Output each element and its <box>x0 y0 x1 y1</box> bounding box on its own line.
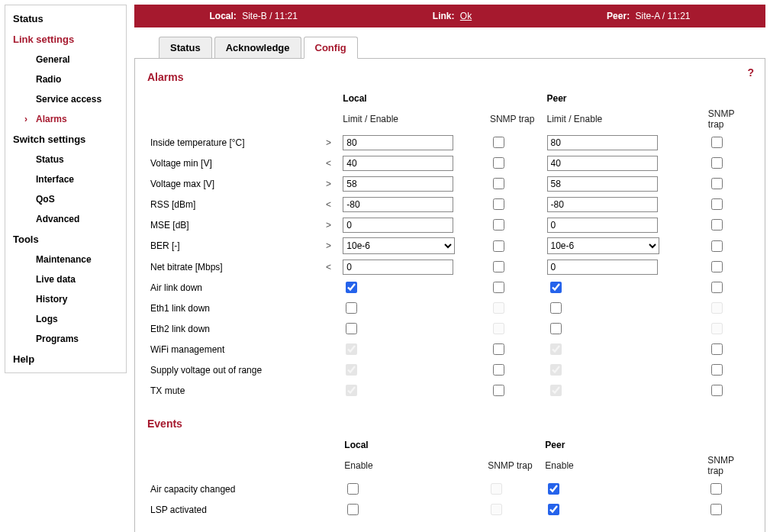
sidebar-item[interactable]: Maintenance <box>5 250 126 269</box>
hdr-peer: Peer <box>544 91 705 106</box>
alarm-local-input[interactable] <box>343 176 453 192</box>
topbar-peer-value: Site-A / 11:21 <box>635 11 690 21</box>
alarm-peer-snmp[interactable] <box>711 137 723 148</box>
alarm-peer-snmp[interactable] <box>711 261 723 272</box>
alarms-table: LocalPeerLimit / EnableSNMP trapLimit / … <box>147 91 752 401</box>
alarm-local-input[interactable] <box>343 156 453 171</box>
config-panel: ? Alarms LocalPeerLimit / EnableSNMP tra… <box>134 58 765 532</box>
event-peer-enable[interactable] <box>548 483 559 495</box>
alarm-peer-snmp[interactable] <box>711 219 723 231</box>
alarm-local-enable[interactable] <box>346 302 357 314</box>
event-local-enable[interactable] <box>347 504 359 515</box>
alarm-peer-input[interactable] <box>547 260 658 275</box>
alarm-label: Voltage min [V] <box>147 153 323 173</box>
hdr-ev-peer: Peer <box>542 437 704 453</box>
alarm-peer-snmp[interactable] <box>711 198 723 210</box>
sidebar-item[interactable]: General <box>5 50 126 69</box>
alarm-local-snmp[interactable] <box>493 261 504 272</box>
alarm-operator: > <box>323 214 340 235</box>
alarm-operator: < <box>323 153 340 173</box>
alarm-peer-enable[interactable] <box>550 302 562 314</box>
alarm-label: Eth1 link down <box>147 298 323 318</box>
tab[interactable]: Config <box>304 37 358 59</box>
alarm-local-snmp[interactable] <box>493 240 504 252</box>
event-label: LSP activated <box>147 499 324 520</box>
alarm-local-enable <box>346 385 357 396</box>
hdr-snmp-peer: SNMP trap <box>705 106 752 132</box>
tabs: StatusAcknowledgeConfig <box>159 37 765 58</box>
alarm-peer-enable[interactable] <box>550 282 562 293</box>
event-local-enable[interactable] <box>347 483 359 495</box>
alarm-local-snmp[interactable] <box>493 219 504 231</box>
alarm-label: WiFi management <box>147 339 323 360</box>
sidebar-item[interactable]: Status <box>5 150 126 169</box>
alarm-peer-input[interactable] <box>547 218 658 233</box>
alarm-peer-input[interactable] <box>547 197 658 212</box>
alarm-peer-snmp[interactable] <box>711 364 723 376</box>
sidebar-item[interactable]: Radio <box>5 69 126 89</box>
alarm-peer-enable[interactable] <box>550 323 562 334</box>
topbar-link-label: Link: <box>433 11 455 21</box>
alarm-operator: > <box>323 132 340 153</box>
sidebar-item[interactable]: Alarms <box>5 109 126 129</box>
sidebar-section[interactable]: Help <box>5 349 126 369</box>
event-peer-snmp[interactable] <box>710 483 722 495</box>
alarm-peer-input[interactable] <box>547 135 658 150</box>
alarm-local-enable <box>346 343 357 355</box>
alarm-operator <box>323 380 340 401</box>
alarm-local-input[interactable] <box>343 218 453 233</box>
alarm-local-input[interactable] <box>343 135 453 150</box>
sidebar-section[interactable]: Status <box>5 8 126 29</box>
alarm-peer-snmp[interactable] <box>711 385 723 396</box>
sidebar-item[interactable]: Interface <box>5 169 126 189</box>
hdr-limit-peer: Limit / Enable <box>544 106 705 132</box>
alarm-label: Net bitrate [Mbps] <box>147 256 323 277</box>
alarm-operator: < <box>323 256 340 277</box>
alarm-peer-enable <box>550 385 562 396</box>
event-peer-enable[interactable] <box>548 504 559 515</box>
alarm-operator <box>323 339 340 360</box>
alarm-peer-snmp[interactable] <box>711 240 723 252</box>
help-icon[interactable]: ? <box>747 66 754 79</box>
alarm-peer-snmp[interactable] <box>711 178 723 189</box>
alarm-local-input[interactable] <box>343 260 453 275</box>
sidebar-item[interactable]: History <box>5 289 126 309</box>
alarm-local-snmp[interactable] <box>493 282 504 293</box>
alarm-local-snmp[interactable] <box>493 157 504 169</box>
alarm-peer-input[interactable] <box>547 156 658 171</box>
sidebar-item[interactable]: QoS <box>5 189 126 209</box>
alarm-local-snmp[interactable] <box>493 198 504 210</box>
alarm-peer-snmp[interactable] <box>711 157 723 169</box>
sidebar-section[interactable]: Link settings <box>5 29 126 50</box>
alarm-peer-snmp[interactable] <box>711 343 723 355</box>
events-title: Events <box>147 418 752 430</box>
topbar-local-value: Site-B / 11:21 <box>242 11 298 21</box>
sidebar-item[interactable]: Advanced <box>5 209 126 229</box>
event-peer-snmp[interactable] <box>710 504 722 515</box>
tab[interactable]: Acknowledge <box>214 37 301 58</box>
hdr-ev-enable-l: Enable <box>341 453 485 479</box>
hdr-limit-local: Limit / Enable <box>340 106 487 132</box>
sidebar-item[interactable]: Logs <box>5 309 126 329</box>
alarm-local-enable[interactable] <box>346 282 357 293</box>
alarm-local-snmp[interactable] <box>493 385 504 396</box>
alarm-local-select[interactable]: 10e-6 <box>343 237 455 254</box>
sidebar-section[interactable]: Tools <box>5 229 126 250</box>
alarm-local-snmp[interactable] <box>493 137 504 148</box>
alarm-local-input[interactable] <box>343 197 453 212</box>
alarm-label: Eth2 link down <box>147 318 323 339</box>
alarm-peer-snmp[interactable] <box>711 282 723 293</box>
sidebar-item[interactable]: Service access <box>5 89 126 109</box>
alarm-local-snmp[interactable] <box>493 343 504 355</box>
topbar-link-value[interactable]: Ok <box>460 11 472 21</box>
alarm-local-snmp[interactable] <box>493 178 504 189</box>
sidebar-section[interactable]: Switch settings <box>5 129 126 150</box>
alarm-local-enable[interactable] <box>346 323 357 334</box>
alarm-peer-select[interactable]: 10e-6 <box>547 237 659 254</box>
alarm-peer-snmp <box>711 323 723 334</box>
sidebar-item[interactable]: Live data <box>5 269 126 289</box>
alarm-peer-input[interactable] <box>547 176 658 192</box>
sidebar-item[interactable]: Programs <box>5 329 126 349</box>
tab[interactable]: Status <box>159 37 212 58</box>
alarm-local-snmp[interactable] <box>493 364 504 376</box>
